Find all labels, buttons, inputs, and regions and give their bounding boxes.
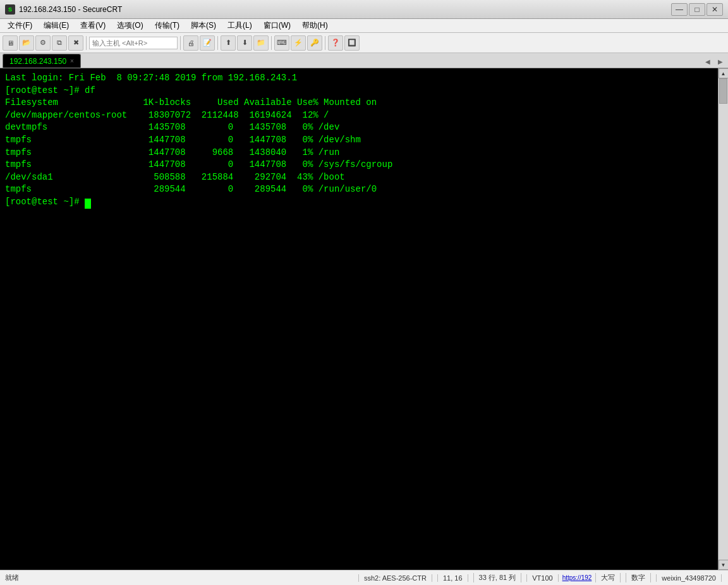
tab-close-button[interactable]: × bbox=[70, 58, 74, 65]
title-bar-left: S 192.168.243.150 - SecureCRT bbox=[5, 4, 122, 15]
terminal-line: Filesystem 1K-blocks Used Available Use%… bbox=[5, 97, 713, 109]
toolbar-props[interactable]: ⚙ bbox=[35, 35, 51, 51]
status-size: 33 行, 81 列 bbox=[473, 573, 522, 582]
toolbar-separator-3 bbox=[217, 36, 218, 50]
terminal-container: Last login: Fri Feb 8 09:27:48 2019 from… bbox=[0, 68, 728, 570]
toolbar-help[interactable]: ❓ bbox=[328, 35, 343, 51]
toolbar-log[interactable]: 📝 bbox=[200, 35, 215, 51]
toolbar-open[interactable]: 📂 bbox=[19, 35, 34, 51]
scrollbar: ▲ ▼ bbox=[718, 68, 728, 570]
terminal-line: devtmpfs 1435708 0 1435708 0% /dev bbox=[5, 121, 713, 134]
toolbar-separator-1 bbox=[86, 36, 87, 50]
close-button[interactable]: ✕ bbox=[707, 3, 723, 16]
status-right: https://192 大写 数字 weixin_43498720 bbox=[562, 573, 723, 582]
status-num: 数字 bbox=[626, 573, 651, 582]
toolbar: 🖥 📂 ⚙ ⧉ ✖ 🖨 📝 ⬆ ⬇ 📁 ⌨ ⚡ 🔑 ❓ 🔲 bbox=[0, 33, 728, 53]
tab-navigation: ◀ ▶ bbox=[703, 55, 725, 68]
tab-bar: 192.168.243.150 × ◀ ▶ bbox=[0, 53, 728, 68]
menu-options[interactable]: 选项(O) bbox=[112, 19, 148, 32]
terminal[interactable]: Last login: Fri Feb 8 09:27:48 2019 from… bbox=[0, 68, 718, 570]
toolbar-key[interactable]: 🔑 bbox=[307, 35, 322, 51]
tab-session[interactable]: 192.168.243.150 × bbox=[3, 54, 81, 68]
toolbar-clone[interactable]: ⧉ bbox=[52, 35, 67, 51]
status-bar: 就绪 ssh2: AES-256-CTR 11, 16 33 行, 81 列 V… bbox=[0, 570, 728, 585]
terminal-line: tmpfs 1447708 0 1447708 0% /sys/fs/cgrou… bbox=[5, 159, 713, 171]
toolbar-macro[interactable]: ⚡ bbox=[291, 35, 306, 51]
menu-help[interactable]: 帮助(H) bbox=[297, 19, 333, 32]
menu-transfer[interactable]: 传输(T) bbox=[150, 19, 185, 32]
minimize-button[interactable]: — bbox=[671, 3, 688, 16]
status-url: https://192 bbox=[562, 574, 592, 581]
menu-view[interactable]: 查看(V) bbox=[75, 19, 111, 32]
toolbar-print[interactable]: 🖨 bbox=[183, 35, 198, 51]
status-terminal: VT100 bbox=[526, 574, 558, 582]
toolbar-about[interactable]: 🔲 bbox=[344, 35, 360, 51]
tab-label: 192.168.243.150 bbox=[9, 57, 66, 66]
menu-bar: 文件(F) 编辑(E) 查看(V) 选项(O) 传输(T) 脚本(S) 工具(L… bbox=[0, 19, 728, 33]
terminal-line: tmpfs 289544 0 289544 0% /run/user/0 bbox=[5, 183, 713, 196]
terminal-line: [root@test ~]# df bbox=[5, 85, 713, 97]
toolbar-keymap[interactable]: ⌨ bbox=[274, 35, 289, 51]
menu-window[interactable]: 窗口(W) bbox=[258, 19, 296, 32]
tab-nav-right[interactable]: ▶ bbox=[715, 55, 725, 68]
app-icon: S bbox=[5, 4, 15, 15]
toolbar-download[interactable]: ⬇ bbox=[237, 35, 252, 51]
scroll-down-button[interactable]: ▼ bbox=[719, 560, 729, 570]
title-bar: S 192.168.243.150 - SecureCRT — □ ✕ bbox=[0, 0, 728, 19]
menu-edit[interactable]: 编辑(E) bbox=[39, 19, 74, 32]
toolbar-separator-4 bbox=[271, 36, 272, 50]
terminal-line: /dev/mapper/centos-root 18307072 2112448… bbox=[5, 109, 713, 122]
status-session: ssh2: AES-256-CTR bbox=[358, 574, 432, 582]
status-user: weixin_43498720 bbox=[656, 574, 722, 582]
scroll-thumb[interactable] bbox=[719, 78, 727, 104]
terminal-line: [root@test ~]# bbox=[5, 196, 713, 209]
menu-file[interactable]: 文件(F) bbox=[3, 19, 37, 32]
menu-script[interactable]: 脚本(S) bbox=[186, 19, 221, 32]
toolbar-separator-2 bbox=[180, 36, 181, 50]
terminal-line: tmpfs 1447708 9668 1438040 1% /run bbox=[5, 147, 713, 159]
toolbar-new[interactable]: 🖥 bbox=[3, 35, 18, 51]
terminal-line: tmpfs 1447708 0 1447708 0% /dev/shm bbox=[5, 134, 713, 147]
terminal-cursor bbox=[85, 199, 91, 209]
scroll-up-button[interactable]: ▲ bbox=[719, 68, 729, 78]
tab-nav-left[interactable]: ◀ bbox=[703, 55, 713, 68]
scroll-track[interactable] bbox=[719, 78, 728, 560]
window-controls: — □ ✕ bbox=[671, 3, 723, 16]
toolbar-sftp[interactable]: 📁 bbox=[253, 35, 269, 51]
toolbar-separator-5 bbox=[325, 36, 325, 50]
maximize-button[interactable]: □ bbox=[689, 3, 705, 16]
toolbar-upload[interactable]: ⬆ bbox=[221, 35, 236, 51]
status-ready: 就绪 bbox=[5, 573, 355, 582]
toolbar-disconnect[interactable]: ✖ bbox=[68, 35, 83, 51]
terminal-line: Last login: Fri Feb 8 09:27:48 2019 from… bbox=[5, 72, 713, 85]
status-caps: 大写 bbox=[595, 573, 621, 582]
menu-tools[interactable]: 工具(L) bbox=[222, 19, 257, 32]
window-title: 192.168.243.150 - SecureCRT bbox=[19, 5, 122, 14]
terminal-line: /dev/sda1 508588 215884 292704 43% /boot bbox=[5, 171, 713, 184]
host-input[interactable] bbox=[89, 37, 178, 49]
status-position: 11, 16 bbox=[437, 574, 468, 582]
